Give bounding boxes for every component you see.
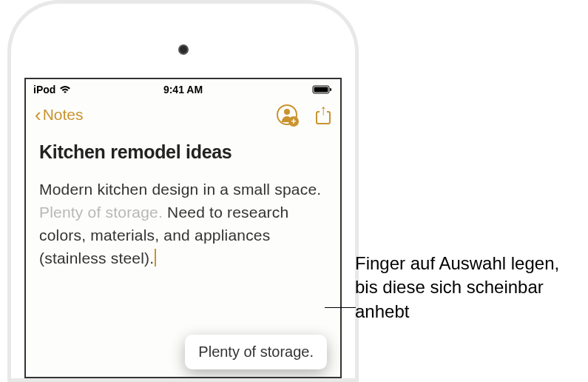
device-camera xyxy=(178,44,189,55)
note-body[interactable]: Modern kitchen design in a small space. … xyxy=(39,178,327,269)
battery-icon xyxy=(312,84,333,95)
device-bezel: iPod 9:41 AM ‹ Notes xyxy=(11,4,355,378)
text-cursor xyxy=(155,249,156,267)
nav-bar: ‹ Notes + ↑ xyxy=(26,98,340,131)
chevron-left-icon: ‹ xyxy=(35,105,41,124)
status-left: iPod xyxy=(33,84,72,96)
note-title: Kitchen remodel ideas xyxy=(39,141,327,163)
back-label: Notes xyxy=(43,106,84,124)
add-collaborator-icon[interactable]: + xyxy=(277,104,297,125)
back-button[interactable]: ‹ Notes xyxy=(35,105,84,124)
device-frame: iPod 9:41 AM ‹ Notes xyxy=(7,0,359,382)
device-label: iPod xyxy=(33,84,55,96)
wifi-icon xyxy=(58,84,72,95)
nav-right: + ↑ xyxy=(277,104,331,125)
screen-border: iPod 9:41 AM ‹ Notes xyxy=(24,78,342,378)
callout-annotation: Finger auf Auswahl legen, bis diese sich… xyxy=(355,252,577,324)
status-time: 9:41 AM xyxy=(163,84,203,96)
note-text-before: Modern kitchen design in a small space. xyxy=(39,181,321,198)
screen: iPod 9:41 AM ‹ Notes xyxy=(26,79,340,377)
status-bar: iPod 9:41 AM xyxy=(26,79,340,98)
svg-rect-2 xyxy=(330,88,331,91)
callout-text: Finger auf Auswahl legen, bis diese sich… xyxy=(355,252,577,324)
share-icon[interactable]: ↑ xyxy=(315,105,331,124)
note-text-selected[interactable]: Plenty of storage. xyxy=(39,204,163,221)
drag-popup-text: Plenty of storage. xyxy=(198,344,314,360)
drag-selection-popup[interactable]: Plenty of storage. xyxy=(185,335,327,369)
svg-rect-1 xyxy=(314,87,328,93)
note-content[interactable]: Kitchen remodel ideas Modern kitchen des… xyxy=(26,131,340,280)
callout-line xyxy=(325,307,356,308)
